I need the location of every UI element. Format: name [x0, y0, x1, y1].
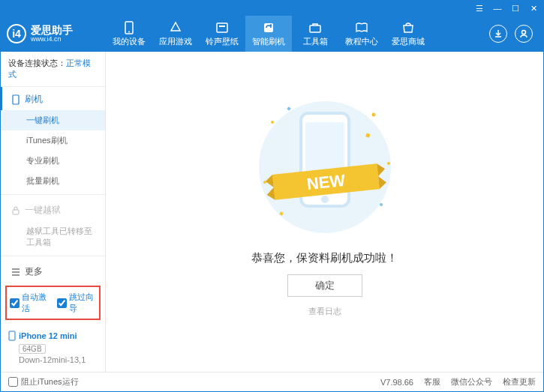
nav-my-device[interactable]: 我的设备 [106, 16, 152, 52]
nav-label: 教程中心 [345, 36, 378, 47]
view-log-link[interactable]: 查看日志 [308, 306, 341, 317]
nav-label: 应用游戏 [159, 36, 192, 47]
menu-icon [11, 268, 20, 277]
toolbox-icon [308, 21, 322, 34]
nav-label: 智能刷机 [252, 36, 285, 47]
version-label: V7.98.66 [380, 378, 413, 387]
minimize-icon[interactable]: — [492, 3, 503, 13]
nav-store[interactable]: 爱思商城 [385, 16, 431, 52]
book-icon [355, 21, 368, 34]
connection-label: 设备连接状态： [8, 58, 66, 67]
svg-point-22 [263, 181, 266, 184]
device-name[interactable]: iPhone 12 mini [8, 331, 98, 341]
ok-button[interactable]: 确定 [287, 274, 362, 297]
svg-rect-4 [264, 23, 273, 32]
checkbox-auto-activate-input[interactable] [10, 298, 20, 308]
checkbox-label: 阻止iTunes运行 [21, 376, 79, 388]
checkbox-skip-guide-input[interactable] [57, 298, 67, 308]
device-model: Down-12mini-13,1 [19, 355, 98, 364]
statusbar: 阻止iTunes运行 V7.98.66 客服 微信公众号 检查更新 [1, 372, 543, 391]
app-subtitle: www.i4.cn [31, 35, 73, 43]
checkbox-skip-guide[interactable]: 跳过向导 [57, 292, 97, 314]
check-update-link[interactable]: 检查更新 [503, 376, 536, 388]
sidebar-jail-note: 越狱工具已转移至工具箱 [1, 221, 105, 253]
svg-point-1 [128, 31, 130, 32]
device-info: iPhone 12 mini 64GB Down-12mini-13,1 [1, 326, 105, 372]
phone-tiny-icon [8, 331, 16, 341]
svg-rect-2 [217, 23, 227, 32]
logo-icon: i4 [7, 24, 26, 43]
register-icon[interactable]: ☰ [474, 3, 485, 13]
sidebar-group-flash[interactable]: 刷机 [1, 87, 105, 110]
apps-icon [169, 21, 182, 34]
sidebar-item-batch[interactable]: 批量刷机 [1, 171, 105, 191]
nav-apps[interactable]: 应用游戏 [152, 16, 199, 52]
user-button[interactable] [515, 25, 533, 43]
app-header: i4 爱思助手 www.i4.cn 我的设备 应用游戏 铃声壁纸 智能刷机 [1, 16, 543, 52]
svg-rect-25 [287, 106, 291, 111]
group-label: 一键越狱 [25, 204, 61, 217]
nav-ringtones[interactable]: 铃声壁纸 [199, 16, 245, 52]
svg-rect-9 [9, 331, 15, 340]
nav-label: 铃声壁纸 [206, 36, 239, 47]
group-label: 刷机 [25, 93, 43, 106]
flash-icon [262, 21, 275, 34]
sidebar: 设备连接状态：正常模式 刷机 一键刷机 iTunes刷机 专业刷机 批量刷机 一… [1, 52, 106, 372]
window-titlebar: ☰ — ☐ ✕ [1, 1, 543, 16]
sidebar-group-more[interactable]: 更多 [1, 259, 105, 281]
checkbox-label: 自动激活 [22, 292, 50, 314]
svg-rect-8 [13, 210, 19, 214]
logo: i4 爱思助手 www.i4.cn [7, 24, 106, 43]
checkbox-block-itunes[interactable]: 阻止iTunes运行 [8, 376, 79, 388]
svg-point-13 [321, 196, 329, 203]
sidebar-item-pro[interactable]: 专业刷机 [1, 151, 105, 171]
main-content: NEW 恭喜您，保资料刷机成功啦！ 确定 查看日志 [106, 52, 543, 372]
wechat-link[interactable]: 微信公众号 [451, 376, 492, 388]
main-nav: 我的设备 应用游戏 铃声壁纸 智能刷机 工具箱 教程中心 [106, 16, 489, 52]
nav-label: 工具箱 [303, 36, 328, 47]
device-capacity: 64GB [19, 344, 46, 354]
svg-point-6 [522, 31, 526, 34]
checkbox-label: 跳过向导 [69, 292, 97, 314]
phone-small-icon [11, 94, 20, 105]
phone-icon [122, 21, 136, 34]
sidebar-group-jailbreak: 一键越狱 [1, 198, 105, 221]
maximize-icon[interactable]: ☐ [510, 3, 521, 13]
nav-flash[interactable]: 智能刷机 [245, 16, 292, 52]
connection-status: 设备连接状态：正常模式 [1, 52, 105, 87]
svg-point-19 [271, 121, 274, 124]
success-message: 恭喜您，保资料刷机成功啦！ [251, 251, 398, 265]
app-title: 爱思助手 [31, 25, 73, 35]
svg-rect-7 [13, 95, 19, 104]
svg-rect-3 [219, 25, 225, 27]
options-highlight: 自动激活 跳过向导 [5, 286, 101, 320]
checkbox-block-itunes-input[interactable] [8, 377, 18, 387]
download-button[interactable] [489, 25, 507, 43]
checkbox-auto-activate[interactable]: 自动激活 [10, 292, 50, 314]
nav-toolbox[interactable]: 工具箱 [292, 16, 338, 52]
store-icon [401, 21, 415, 34]
lock-icon [11, 206, 20, 215]
support-link[interactable]: 客服 [424, 376, 440, 388]
sidebar-item-itunes[interactable]: iTunes刷机 [1, 130, 105, 151]
sidebar-item-oneclick[interactable]: 一键刷机 [1, 110, 105, 130]
success-illustration: NEW [242, 92, 407, 242]
svg-point-20 [371, 112, 375, 116]
wallpaper-icon [215, 21, 229, 34]
nav-label: 爱思商城 [392, 36, 425, 47]
svg-point-21 [387, 162, 390, 165]
close-icon[interactable]: ✕ [528, 3, 539, 13]
group-label: 更多 [25, 265, 43, 278]
svg-point-26 [380, 203, 383, 206]
nav-tutorials[interactable]: 教程中心 [338, 16, 385, 52]
nav-label: 我的设备 [113, 36, 146, 47]
svg-rect-5 [310, 25, 320, 32]
